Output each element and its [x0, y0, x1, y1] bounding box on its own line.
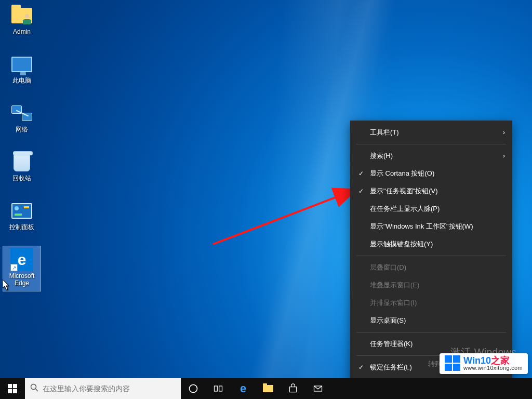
context-menu-item-label: 搜索(H) [367, 151, 503, 161]
cortana-icon [188, 383, 198, 394]
context-menu-item[interactable]: 显示触摸键盘按钮(Y) [350, 235, 512, 253]
context-menu-item: 堆叠显示窗口(E) [350, 276, 512, 294]
context-menu-item[interactable]: 在任务栏上显示人脉(P) [350, 200, 512, 218]
chevron-right-icon: › [503, 152, 505, 159]
context-menu-item[interactable]: 显示 Cortana 按钮(O) [350, 165, 512, 182]
svg-rect-1 [8, 384, 12, 388]
cortana-button[interactable] [181, 378, 206, 399]
badge-url: www.win10xitong.com [463, 365, 523, 371]
windows-logo-icon [8, 384, 17, 393]
start-button[interactable] [0, 378, 25, 399]
desktop-icon-label: 此电脑 [12, 77, 31, 84]
desktop-icon-admin[interactable]: Admin [3, 2, 41, 47]
desktop-icon-recycle-bin[interactable]: 回收站 [3, 149, 41, 193]
context-menu-item-label: 显示"任务视图"按钮(V) [367, 187, 505, 196]
svg-line-6 [36, 389, 38, 392]
taskbar: e [0, 378, 532, 399]
edge-icon: e ↗ [10, 248, 33, 271]
context-menu-item-label: 并排显示窗口(I) [367, 298, 505, 308]
desktop-icon-network[interactable]: 网络 [3, 100, 41, 144]
context-menu-item[interactable]: 显示桌面(S) [350, 312, 512, 329]
menu-separator [356, 332, 506, 332]
svg-rect-2 [13, 384, 17, 388]
file-explorer-icon [263, 385, 273, 392]
context-menu-item[interactable]: 显示"Windows Ink 工作区"按钮(W) [350, 218, 512, 235]
check-icon [355, 170, 367, 177]
taskbar-mail-button[interactable] [305, 378, 330, 399]
desktop-icons-column: Admin 此电脑 网络 回收站 控制面板 e ↗ Microsoft Edge [3, 2, 45, 295]
check-icon [355, 364, 367, 371]
svg-rect-9 [219, 386, 222, 391]
control-panel-icon [10, 200, 33, 222]
taskbar-edge-button[interactable]: e [231, 378, 256, 399]
context-menu-item-label: 显示"Windows Ink 工作区"按钮(W) [367, 222, 505, 231]
menu-separator [356, 144, 506, 144]
context-menu-item[interactable]: 工具栏(T)› [350, 124, 512, 141]
windows-logo-icon [445, 355, 460, 371]
mouse-cursor-icon [3, 280, 11, 291]
recycle-bin-icon [10, 151, 33, 174]
svg-point-7 [190, 385, 197, 393]
desktop-icon-label: 网络 [16, 126, 28, 133]
desktop-icon-label: Admin [13, 28, 31, 35]
badge-title-main: Win10 [463, 355, 491, 366]
svg-point-5 [31, 384, 36, 390]
folder-user-icon [10, 4, 33, 27]
svg-rect-3 [8, 389, 12, 393]
context-menu-item: 并排显示窗口(I) [350, 294, 512, 312]
shortcut-overlay-icon: ↗ [10, 264, 18, 271]
desktop-icon-this-pc[interactable]: 此电脑 [3, 51, 41, 96]
context-menu-item: 层叠窗口(D) [350, 259, 512, 276]
task-view-icon [213, 383, 223, 394]
taskbar-search[interactable] [25, 378, 181, 399]
context-menu-item-label: 显示桌面(S) [367, 316, 505, 325]
svg-rect-4 [13, 389, 17, 393]
context-menu-item[interactable]: 显示"任务视图"按钮(V) [350, 182, 512, 200]
store-icon [288, 383, 298, 394]
mail-icon [313, 383, 323, 394]
desktop-icon-label: 回收站 [12, 175, 31, 182]
taskbar-pinned-apps: e [181, 378, 330, 399]
site-watermark-badge: Win10之家 www.win10xitong.com [440, 353, 528, 374]
context-menu-item-label: 显示触摸键盘按钮(Y) [367, 240, 505, 249]
this-pc-icon [10, 53, 33, 76]
desktop-icon-label: 控制面板 [9, 223, 34, 231]
svg-rect-10 [289, 387, 296, 392]
search-input[interactable] [43, 384, 176, 393]
task-view-button[interactable] [206, 378, 231, 399]
context-menu-item-label: 层叠窗口(D) [367, 263, 505, 272]
svg-rect-8 [215, 386, 218, 391]
search-icon [30, 383, 38, 394]
edge-icon: e [240, 382, 246, 395]
context-menu-item-label: 显示 Cortana 按钮(O) [367, 169, 505, 178]
context-menu-item[interactable]: 搜索(H)› [350, 147, 512, 165]
desktop-icon-control-panel[interactable]: 控制面板 [3, 197, 41, 242]
context-menu-item-label: 在任务栏上显示人脉(P) [367, 204, 505, 214]
taskbar-file-explorer-button[interactable] [256, 378, 281, 399]
context-menu-item-label: 工具栏(T) [367, 128, 503, 137]
network-icon [10, 102, 33, 125]
context-menu-item-label: 堆叠显示窗口(E) [367, 281, 505, 290]
chevron-right-icon: › [503, 129, 505, 136]
badge-title-accent: 之家 [491, 355, 510, 366]
check-icon [355, 188, 367, 195]
taskbar-store-button[interactable] [281, 378, 305, 399]
menu-separator [356, 256, 506, 256]
